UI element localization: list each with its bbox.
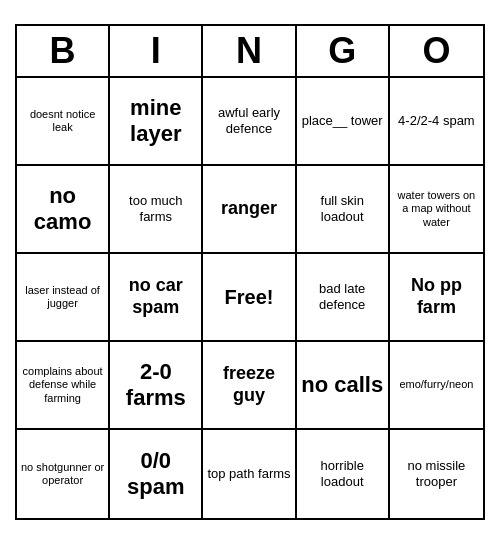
- header-letter-g: G: [297, 26, 390, 76]
- bingo-cell-16: 2-0 farms: [110, 342, 203, 430]
- bingo-cell-7: ranger: [203, 166, 296, 254]
- header-letter-b: B: [17, 26, 110, 76]
- header-letter-i: I: [110, 26, 203, 76]
- bingo-cell-15: complains about defense while farming: [17, 342, 110, 430]
- bingo-cell-23: horrible loadout: [297, 430, 390, 518]
- bingo-cell-2: awful early defence: [203, 78, 296, 166]
- bingo-cell-9: water towers on a map without water: [390, 166, 483, 254]
- bingo-cell-11: no car spam: [110, 254, 203, 342]
- bingo-header: BINGO: [17, 26, 483, 78]
- bingo-cell-1: mine layer: [110, 78, 203, 166]
- bingo-grid: doesnt notice leakmine layerawful early …: [17, 78, 483, 518]
- bingo-cell-10: laser instead of jugger: [17, 254, 110, 342]
- bingo-cell-4: 4-2/2-4 spam: [390, 78, 483, 166]
- bingo-cell-12: Free!: [203, 254, 296, 342]
- bingo-cell-14: No pp farm: [390, 254, 483, 342]
- bingo-cell-13: bad late defence: [297, 254, 390, 342]
- bingo-cell-19: emo/furry/neon: [390, 342, 483, 430]
- bingo-cell-21: 0/0 spam: [110, 430, 203, 518]
- bingo-cell-3: place__ tower: [297, 78, 390, 166]
- bingo-cell-0: doesnt notice leak: [17, 78, 110, 166]
- bingo-cell-17: freeze guy: [203, 342, 296, 430]
- header-letter-n: N: [203, 26, 296, 76]
- bingo-cell-20: no shotgunner or operator: [17, 430, 110, 518]
- bingo-cell-8: full skin loadout: [297, 166, 390, 254]
- header-letter-o: O: [390, 26, 483, 76]
- bingo-cell-22: top path farms: [203, 430, 296, 518]
- bingo-cell-6: too much farms: [110, 166, 203, 254]
- bingo-card: BINGO doesnt notice leakmine layerawful …: [15, 24, 485, 520]
- bingo-cell-5: no camo: [17, 166, 110, 254]
- bingo-cell-24: no missile trooper: [390, 430, 483, 518]
- bingo-cell-18: no calls: [297, 342, 390, 430]
